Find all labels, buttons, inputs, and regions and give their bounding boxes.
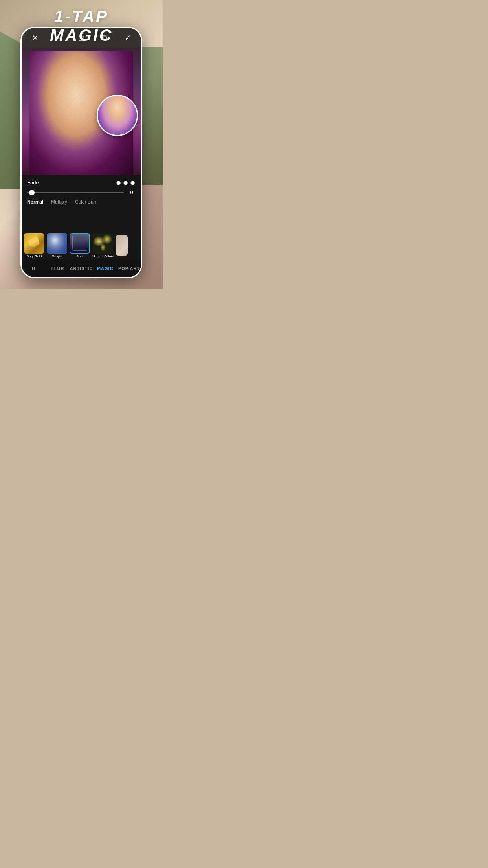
blend-normal[interactable]: Normal xyxy=(27,199,43,205)
controls-area: Fade ⬤ ⬤ ⬤ 0 Normal Multiply Color Burn xyxy=(22,175,141,232)
title-line1: 1-TAP xyxy=(54,7,108,26)
filter-thumb-wispy xyxy=(47,233,67,254)
phone-frame: ✕ ↩ ◻ ⧉ ✓ Fade ⬤ ⬤ ⬤ xyxy=(20,27,142,278)
dots-icon: ⬤ ⬤ ⬤ xyxy=(116,180,136,185)
bottom-nav: H BLUR ARTISTIC MAGIC POP ART xyxy=(22,259,141,277)
wispy-art xyxy=(47,233,67,254)
filter-strip: Stay Gold Wispy Soul Hint of Yellow xyxy=(22,232,141,259)
nav-item-pop-art[interactable]: POP ART xyxy=(117,263,141,274)
filter-stay-gold[interactable]: Stay Gold xyxy=(24,233,44,258)
soul-lines xyxy=(72,236,87,251)
nav-item-h[interactable]: H xyxy=(22,263,46,274)
filter-label-soul: Soul xyxy=(76,254,83,258)
fade-row: Fade ⬤ ⬤ ⬤ xyxy=(27,180,136,186)
filter-thumb-stay-gold xyxy=(24,233,44,254)
blend-color-burn[interactable]: Color Burn xyxy=(75,199,97,205)
nav-item-magic[interactable]: MAGIC xyxy=(93,263,117,274)
nav-item-blur[interactable]: BLUR xyxy=(46,263,70,274)
filter-thumb-partial xyxy=(116,235,128,256)
yellow-flowers xyxy=(93,233,113,254)
title-line2: MAGIC xyxy=(50,26,113,44)
filter-label-hint-yellow: Hint of Yellow xyxy=(92,254,114,258)
gold-diamond-icon xyxy=(26,234,42,248)
filter-label-stay-gold: Stay Gold xyxy=(26,254,42,258)
fade-slider[interactable] xyxy=(27,192,124,193)
filter-wispy[interactable]: Wispy xyxy=(47,233,67,258)
filter-hint-yellow[interactable]: Hint of Yellow xyxy=(92,233,114,258)
nav-item-artistic[interactable]: ARTISTIC xyxy=(70,263,94,274)
filter-label-wispy: Wispy xyxy=(52,254,62,258)
soul-art xyxy=(70,234,89,253)
fade-label: Fade xyxy=(27,180,39,186)
filter-thumb-soul xyxy=(70,233,90,254)
filter-thumb-hint-yellow xyxy=(93,233,113,254)
slider-row: 0 xyxy=(27,189,136,195)
slider-value: 0 xyxy=(128,189,136,195)
original-photo-inner xyxy=(98,96,137,135)
slider-thumb[interactable] xyxy=(29,190,35,195)
hero-title: 1-TAP MAGIC xyxy=(0,7,163,45)
blend-modes: Normal Multiply Color Burn xyxy=(27,199,136,205)
main-image xyxy=(22,48,141,175)
filter-partial[interactable] xyxy=(116,235,128,256)
original-photo-circle[interactable] xyxy=(97,95,138,136)
filter-soul[interactable]: Soul xyxy=(70,233,90,258)
blend-multiply[interactable]: Multiply xyxy=(51,199,67,205)
